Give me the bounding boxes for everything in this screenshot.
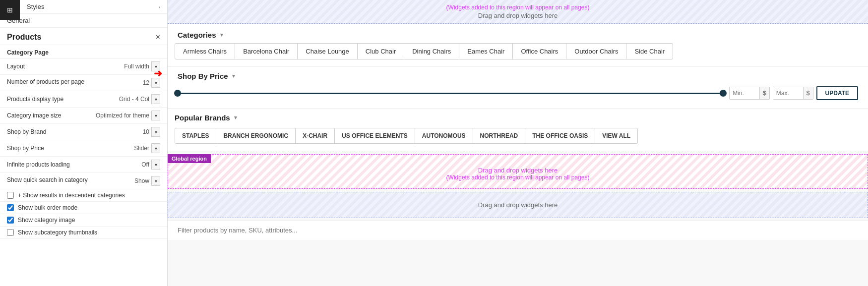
category-office-chairs[interactable]: Office Chairs <box>512 43 566 59</box>
price-label: Shop By Price <box>178 72 228 80</box>
brand-autonomous[interactable]: AUTONOMOUS <box>415 128 473 144</box>
price-slider[interactable] <box>178 87 723 99</box>
top-region-subtext: (Widgets added to this region will appea… <box>168 4 868 11</box>
slider-thumb-left[interactable] <box>174 90 181 97</box>
show-category-image-row[interactable]: Show category image <box>0 214 167 227</box>
shop-by-price-label: Shop by Price <box>7 145 134 152</box>
category-armless-chairs[interactable]: Armless Chairs <box>175 43 235 59</box>
category-image-size-label: Category image size <box>7 112 96 119</box>
show-descendent-checkbox[interactable] <box>7 192 14 199</box>
show-subcategory-thumbnails-row[interactable]: Show subcategory thumbnails <box>0 227 167 239</box>
category-image-size-row: Category image size Optimized for theme … <box>0 108 167 124</box>
category-club-chair[interactable]: Club Chair <box>357 43 404 59</box>
category-image-size-dropdown[interactable]: ▾ <box>151 111 160 120</box>
price-max-input[interactable] <box>773 87 803 99</box>
products-per-page-dropdown[interactable]: ▾ <box>151 78 160 88</box>
show-bulk-order-checkbox[interactable] <box>7 204 14 211</box>
show-category-image-label: Show category image <box>18 217 75 224</box>
brands-section: Popular Brands ▾ STAPLES BRANCH ERGONOMI… <box>168 109 868 151</box>
brand-the-office-oasis[interactable]: THE OFFICE OASIS <box>525 128 595 144</box>
update-price-button[interactable]: UPDATE <box>816 86 858 100</box>
category-outdoor-chairs[interactable]: Outdoor Chairs <box>566 43 626 59</box>
show-subcategory-thumbnails-label: Show subcategory thumbnails <box>18 229 97 236</box>
quick-search-dropdown[interactable]: ▾ <box>151 176 160 186</box>
general-row[interactable]: General <box>0 14 167 28</box>
layout-row: Layout Full width ▾ <box>0 58 167 75</box>
show-subcategory-thumbnails-checkbox[interactable] <box>7 229 14 236</box>
categories-arrow-icon: ▾ <box>220 32 223 38</box>
slider-track <box>178 93 723 94</box>
infinite-loading-value: Off ▾ <box>141 160 160 170</box>
brands-arrow-icon: ▾ <box>234 114 237 121</box>
show-bulk-order-row[interactable]: Show bulk order mode <box>0 202 167 214</box>
brand-us-office-elements[interactable]: US OFFICE ELEMENTS <box>334 128 415 144</box>
sidebar-title: Products <box>7 33 41 42</box>
infinite-loading-row: Infinite products loading Off ▾ <box>0 157 167 173</box>
brands-section-header: Popular Brands ▾ <box>175 114 861 124</box>
quick-search-label: Show quick search in category <box>7 176 134 184</box>
brands-bar: STAPLES BRANCH ERGONOMIC X-CHAIR US OFFI… <box>175 128 861 144</box>
price-section: Shop By Price ▾ $ $ UPDATE <box>168 67 868 109</box>
show-descendent-row[interactable]: + Show results in descendent categories <box>0 189 167 202</box>
brand-view-all[interactable]: View All <box>595 128 638 144</box>
shop-by-brand-dropdown[interactable]: ▾ <box>151 127 160 137</box>
styles-row[interactable]: Styles › <box>20 0 167 14</box>
quick-search-value: Show ▾ <box>134 176 160 186</box>
price-min-input[interactable] <box>730 87 759 99</box>
global-region-inner: Global region Drag and drop widgets here… <box>168 154 868 189</box>
products-per-page-row: Number of products per page 12 ▾ <box>0 75 167 91</box>
categories-label: Categories <box>178 31 216 39</box>
shop-by-brand-value: 10 ▾ <box>143 127 160 137</box>
products-display-type-dropdown[interactable]: ▾ <box>151 94 160 104</box>
slider-thumb-right[interactable] <box>720 90 727 97</box>
filter-input[interactable] <box>178 227 858 234</box>
top-global-region: (Widgets added to this region will appea… <box>168 0 868 24</box>
price-slider-row: $ $ UPDATE <box>178 86 858 100</box>
price-max-currency: $ <box>803 87 813 99</box>
bottom-drag-text: Drag and drop widgets here <box>168 201 868 209</box>
global-drag-subtext: (Widgets added to this region will appea… <box>446 174 590 181</box>
shop-by-price-dropdown[interactable]: ▾ <box>151 143 160 153</box>
categories-bar: Armless Chairs Barcelona Chair Chaise Lo… <box>168 43 868 67</box>
show-category-image-checkbox[interactable] <box>7 217 14 224</box>
app-icon-symbol: ⊞ <box>7 6 13 14</box>
price-max-group[interactable]: $ <box>773 87 813 100</box>
products-per-page-value: 12 ▾ <box>143 78 160 88</box>
price-min-currency: $ <box>759 87 769 99</box>
brand-staples[interactable]: STAPLES <box>175 128 216 144</box>
global-drag-text: Drag and drop widgets here <box>478 167 558 174</box>
categories-section-header: Categories ▾ <box>168 24 868 43</box>
quick-search-row: Show quick search in category Show ▾ <box>0 173 167 189</box>
price-section-header: Shop By Price ▾ <box>178 72 858 82</box>
price-min-group[interactable]: $ <box>729 87 770 100</box>
layout-dropdown[interactable]: ▾ <box>151 61 160 71</box>
filter-bar[interactable] <box>168 220 868 240</box>
show-descendent-label: + Show results in descendent categories <box>18 192 125 199</box>
category-chaise-lounge[interactable]: Chaise Lounge <box>297 43 357 59</box>
products-display-type-row: Products display type Grid - 4 Col ▾ <box>0 91 167 108</box>
shop-by-price-row: Shop by Price Slider ▾ <box>0 140 167 157</box>
brand-branch-ergonomic[interactable]: BRANCH ERGONOMIC <box>216 128 296 144</box>
shop-by-brand-row: Shop by Brand 10 ▾ <box>0 124 167 140</box>
infinite-loading-label: Infinite products loading <box>7 161 141 168</box>
products-display-type-label: Products display type <box>7 96 119 103</box>
category-dining-chairs[interactable]: Dining Chairs <box>404 43 459 59</box>
global-region-label: Global region <box>168 154 211 163</box>
layout-label: Layout <box>7 63 124 70</box>
category-side-chair[interactable]: Side Chair <box>626 43 673 59</box>
close-button[interactable]: × <box>156 33 160 41</box>
category-eames-chair[interactable]: Eames Chair <box>459 43 513 59</box>
app-icon[interactable]: ⊞ <box>0 0 20 20</box>
show-bulk-order-label: Show bulk order mode <box>18 204 77 211</box>
price-inputs: $ $ UPDATE <box>729 86 858 100</box>
brand-northread[interactable]: NORTHREAD <box>473 128 526 144</box>
styles-arrow-icon: › <box>158 4 160 10</box>
infinite-loading-dropdown[interactable]: ▾ <box>151 160 160 170</box>
brand-x-chair[interactable]: X-CHAIR <box>295 128 335 144</box>
products-display-type-value: Grid - 4 Col ▾ <box>119 94 160 104</box>
top-region-drag-text: Drag and drop widgets here <box>168 12 868 19</box>
category-image-size-value: Optimized for theme ▾ <box>96 111 160 120</box>
products-per-page-label: Number of products per page <box>7 78 143 86</box>
category-barcelona-chair[interactable]: Barcelona Chair <box>235 43 298 59</box>
sidebar: ⊞ Styles › General Products × Category P… <box>0 0 168 286</box>
